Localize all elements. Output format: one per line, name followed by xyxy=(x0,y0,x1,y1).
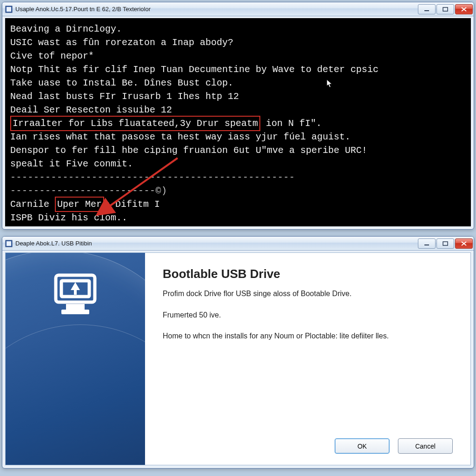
console-line: Nead last busts FIr Irusarb 1 Ihes htp 1… xyxy=(10,90,466,103)
window-controls xyxy=(417,4,473,14)
svg-rect-9 xyxy=(424,245,429,245)
svg-rect-1 xyxy=(7,7,11,12)
minimize-button[interactable] xyxy=(418,238,436,249)
svg-rect-8 xyxy=(7,241,11,246)
cancel-button[interactable]: Cancel xyxy=(398,438,453,454)
wizard-title-text: Deaple Abok.L7. USB Pitibin xyxy=(15,240,417,247)
svg-rect-16 xyxy=(61,310,89,314)
svg-rect-10 xyxy=(443,242,448,245)
minimize-icon xyxy=(424,241,430,246)
close-button[interactable] xyxy=(455,238,473,249)
console-titlebar[interactable]: Usaple Anok.Uc.5·17.Pourt tn E 62, 2/B T… xyxy=(2,2,474,16)
wizard-window: Deaple Abok.L7. USB Pitibin Bootl xyxy=(2,236,474,469)
highlight-box-2: Uper Mer xyxy=(55,197,104,212)
wizard-titlebar[interactable]: Deaple Abok.L7. USB Pitibin xyxy=(2,237,474,251)
console-line: Beaving a Dirnclogy. xyxy=(10,22,466,36)
console-line: spealt it Five conmit. xyxy=(10,157,466,171)
wizard-content: Bootlable USB Drive Profim dock Drive fl… xyxy=(5,252,471,465)
highlight-box-1: Irraalter for Libs fluatateed,3y Drur sp… xyxy=(10,116,260,131)
close-button[interactable] xyxy=(455,4,473,14)
maximize-icon xyxy=(443,7,448,12)
console-line: Denspor to fer fill hbe ciping fruanion … xyxy=(10,144,466,157)
console-line: Deail Ser Resecton issuibe 12 xyxy=(10,103,466,117)
console-line: Take uase to Instal Be. Dînes Bust clop. xyxy=(10,76,466,90)
maximize-icon xyxy=(443,241,448,246)
console-line-highlighted: Irraalter for Libs fluatateed,3y Drur sp… xyxy=(10,117,466,130)
console-line: Cive tof nepor* xyxy=(10,49,466,63)
console-line: ----------------------------------------… xyxy=(10,171,466,184)
console-line: Notp Thit as fir clif Inep Tuan Decument… xyxy=(10,63,466,76)
console-line: ISPB Diviz his clom.. xyxy=(10,211,466,225)
svg-rect-2 xyxy=(424,10,429,11)
close-icon xyxy=(461,241,467,246)
window-controls xyxy=(417,238,473,249)
ok-button[interactable]: OK xyxy=(335,438,390,454)
close-icon xyxy=(461,7,467,12)
wizard-paragraph: Profim dock Drive flor USB singe aloss o… xyxy=(163,289,453,299)
wizard-paragraph: Home to whcn the installs for any Noum o… xyxy=(163,331,453,341)
minimize-icon xyxy=(424,7,430,12)
svg-rect-15 xyxy=(66,304,85,310)
console-app-icon xyxy=(5,6,13,13)
console-output[interactable]: Beaving a Dirnclogy. USIC wast as fûn ro… xyxy=(5,18,471,226)
wizard-main-panel: Bootlable USB Drive Profim dock Drive fl… xyxy=(145,253,470,465)
wizard-app-icon xyxy=(5,240,13,247)
svg-rect-3 xyxy=(443,7,448,11)
console-window: Usaple Anok.Uc.5·17.Pourt tn E 62, 2/B T… xyxy=(2,2,474,230)
wizard-paragraph: Frumerted 50 ive. xyxy=(163,310,453,320)
wizard-button-row: OK Cancel xyxy=(163,434,453,460)
usb-drive-icon xyxy=(47,267,103,318)
wizard-heading: Bootlable USB Drive xyxy=(163,267,453,281)
console-line: USIC wast as fûn rorezaton a Inap abody? xyxy=(10,36,466,49)
console-line-highlighted: Carnile Uper Mers Difitm I xyxy=(10,198,466,211)
maximize-button[interactable] xyxy=(436,4,454,14)
maximize-button[interactable] xyxy=(436,238,454,249)
console-line: -------------------------©) xyxy=(10,184,466,198)
minimize-button[interactable] xyxy=(418,4,436,14)
console-title-text: Usaple Anok.Uc.5·17.Pourt tn E 62, 2/B T… xyxy=(15,6,417,13)
wizard-sidebar xyxy=(6,253,145,465)
console-line: Ian rises what that pasose ta hest way i… xyxy=(10,130,466,144)
